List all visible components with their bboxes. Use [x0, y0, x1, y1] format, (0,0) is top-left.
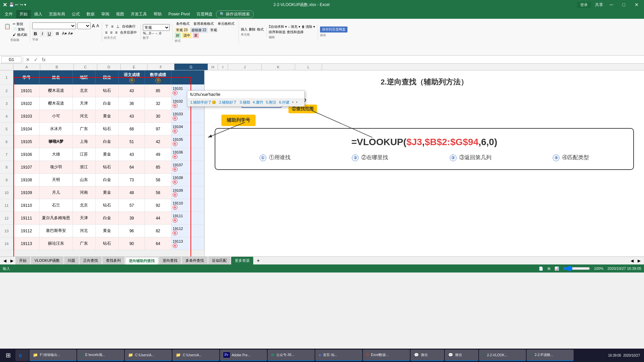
- cell-g12[interactable]: 19111 6: [171, 212, 204, 225]
- cell-d2[interactable]: 钻石: [96, 84, 119, 97]
- sheet-tab-question[interactable]: 问题: [64, 257, 79, 264]
- cell-c8[interactable]: 浙江: [73, 161, 96, 174]
- cell-g10[interactable]: 19109 6: [171, 186, 204, 199]
- col-header-j[interactable]: J: [228, 64, 262, 70]
- cell-d13[interactable]: 黄金: [96, 225, 119, 237]
- scroll-right-btn[interactable]: ▶: [636, 258, 643, 264]
- taskbar-adobe-premiere[interactable]: Pr Adobe Pre...: [220, 350, 267, 361]
- col-header-c[interactable]: C: [74, 64, 97, 70]
- cell-d6[interactable]: 白金: [96, 135, 119, 148]
- sheet-tab-reverse-helper[interactable]: 逆向辅助列查找: [125, 257, 158, 264]
- sheet-nav-left[interactable]: ◀: [1, 258, 8, 264]
- header-cell-c1[interactable]: 地区: [73, 70, 96, 84]
- cell-b12[interactable]: 夏尔凡多姆海恩: [40, 212, 72, 225]
- menu-power-pivot[interactable]: Power Pivot: [165, 10, 193, 18]
- underline-button[interactable]: U: [46, 31, 53, 37]
- cell-e8[interactable]: 64: [119, 161, 145, 174]
- cancel-formula-icon[interactable]: ✕: [24, 57, 31, 62]
- cell-c10[interactable]: 河南: [73, 186, 96, 199]
- cell-b11[interactable]: 石兰: [40, 199, 72, 212]
- col-header-b[interactable]: B: [40, 64, 74, 70]
- layout-view-btn[interactable]: ⊞: [547, 266, 550, 271]
- share-button[interactable]: 共享: [595, 2, 603, 8]
- col-header-i[interactable]: I: [218, 64, 228, 70]
- align-left[interactable]: ≡: [104, 30, 108, 35]
- bold-button[interactable]: B: [32, 31, 39, 37]
- font-name-select[interactable]: 微软雅黑: [32, 22, 76, 29]
- cell-g7[interactable]: 19106 6: [171, 148, 204, 161]
- align-bottom[interactable]: ⊥: [115, 24, 120, 29]
- cell-d11[interactable]: 钻石: [96, 199, 119, 212]
- taskbar-wechat1[interactable]: 💬 微信: [411, 350, 444, 361]
- sort-filter-button[interactable]: 排序和筛选: [269, 30, 285, 35]
- autocomplete-tabs[interactable]: 1.辅助学好了😊 2.辅助好了 3.辅助 4.腐竹 5.附注 6.付诸 ‹ ›: [187, 99, 304, 106]
- cell-a8[interactable]: 19107: [13, 161, 40, 174]
- cell-g13[interactable]: 19112 6: [171, 225, 204, 237]
- taskbar-ie[interactable]: e: [15, 350, 29, 361]
- font-size-select[interactable]: 9: [77, 22, 91, 29]
- cell-f4[interactable]: 30: [145, 110, 171, 123]
- cell-a5[interactable]: 19104: [13, 123, 40, 135]
- cell-style-button[interactable]: 单元格样式: [216, 21, 236, 27]
- cell-b3[interactable]: 樱木花道: [40, 97, 72, 110]
- sheet-tab-vlookup[interactable]: VLOOKUP函数: [31, 257, 63, 264]
- cell-f11[interactable]: 92: [145, 199, 171, 212]
- autocomplete-nav-next[interactable]: ›: [296, 100, 298, 105]
- cell-g14[interactable]: 19113 6: [171, 237, 204, 250]
- decrease-decimal[interactable]: ←.0: [155, 32, 161, 35]
- cell-f13[interactable]: 82: [145, 225, 171, 237]
- cell-c11[interactable]: 北京: [73, 199, 96, 212]
- cell-e12[interactable]: 39: [119, 212, 145, 225]
- cell-c12[interactable]: 天津: [73, 212, 96, 225]
- insert-button[interactable]: 插入: [241, 27, 248, 32]
- cell-e14[interactable]: 90: [119, 237, 145, 250]
- cell-d12[interactable]: 白金: [96, 212, 119, 225]
- autocomplete-tab-3[interactable]: 3.辅助: [239, 100, 250, 105]
- cell-g11[interactable]: 19110 6: [171, 199, 204, 212]
- cell-d10[interactable]: 黄金: [96, 186, 119, 199]
- cell-b13[interactable]: 塞巴斯蒂安: [40, 225, 72, 237]
- cell-d8[interactable]: 钻石: [96, 161, 119, 174]
- col-header-e[interactable]: E: [121, 64, 148, 70]
- taskbar-excel-if[interactable]: X 2-2-IF函数...: [527, 350, 574, 361]
- taskbar-wechat2[interactable]: 💬 微信: [445, 350, 478, 361]
- menu-help[interactable]: 帮助: [150, 10, 165, 18]
- sheet-nav-right[interactable]: ▶: [8, 258, 15, 264]
- cell-b8[interactable]: 项少羽: [40, 161, 72, 174]
- col-header-a[interactable]: A: [13, 64, 40, 70]
- cell-e11[interactable]: 57: [119, 199, 145, 212]
- col-header-k[interactable]: K: [262, 64, 295, 70]
- cell-reference-box[interactable]: G1: [1, 56, 21, 63]
- cell-c3[interactable]: 天津: [73, 97, 96, 110]
- cell-d14[interactable]: 钻石: [96, 237, 119, 250]
- copy-button[interactable]: 📄 复制: [13, 27, 27, 32]
- taskbar-folder1[interactable]: 📁 F:\剪辑输出...: [30, 350, 76, 361]
- col-header-d[interactable]: D: [97, 64, 121, 70]
- page-break-btn[interactable]: 📊: [554, 266, 559, 271]
- cell-g6[interactable]: 19105 6: [171, 135, 204, 148]
- menu-formula[interactable]: 公式: [68, 10, 83, 18]
- cell-b9[interactable]: 天明: [40, 174, 72, 186]
- cell-b7[interactable]: 大雄: [40, 148, 72, 161]
- autocomplete-tab-5[interactable]: 5.附注: [266, 100, 276, 105]
- thousand-sep-button[interactable]: ,: [147, 32, 148, 35]
- border-button[interactable]: ⊞: [54, 31, 61, 37]
- col-header-l[interactable]: L: [295, 64, 322, 70]
- header-cell-g1[interactable]: [171, 70, 204, 84]
- fill-button[interactable]: ↓ 填充 ▾: [288, 24, 300, 29]
- cell-d3[interactable]: 白金: [96, 97, 119, 110]
- start-button[interactable]: ⊞: [1, 350, 15, 361]
- cell-f12[interactable]: 44: [145, 212, 171, 225]
- cell-d9[interactable]: 白金: [96, 174, 119, 186]
- cell-a12[interactable]: 19111: [13, 212, 40, 225]
- cell-a4[interactable]: 19103: [13, 110, 40, 123]
- insert-function-icon[interactable]: fx: [41, 57, 47, 62]
- minimize-button[interactable]: ─: [607, 1, 616, 8]
- cut-button[interactable]: ✂ 剪切: [13, 22, 27, 26]
- sheet-tab-reverse[interactable]: 逆向查找: [159, 257, 181, 264]
- cell-c6[interactable]: 上海: [73, 135, 96, 148]
- cell-f8[interactable]: 85: [145, 161, 171, 174]
- table-format-button[interactable]: 套用表格格式: [192, 21, 215, 27]
- cell-a14[interactable]: 19113: [13, 237, 40, 250]
- login-button[interactable]: 登录: [577, 2, 591, 8]
